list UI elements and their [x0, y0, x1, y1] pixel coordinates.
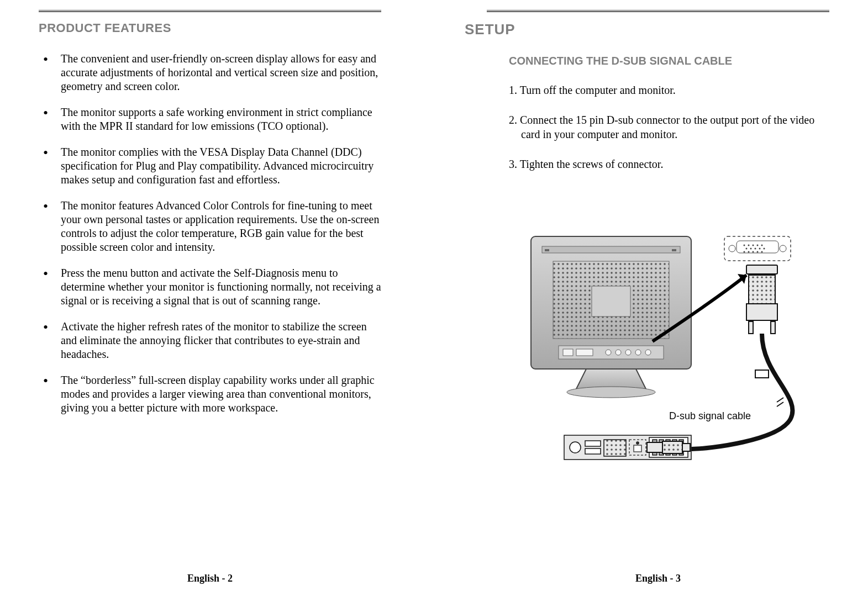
feature-item: Activate the higher refresh rates of the…	[39, 320, 381, 361]
svg-point-12	[625, 350, 631, 355]
feature-list: The convenient and user-friendly on-scre…	[39, 52, 381, 415]
page-left: PRODUCT FEATURES The convenient and user…	[39, 10, 381, 584]
svg-point-28	[759, 248, 761, 250]
svg-rect-17	[724, 236, 791, 261]
svg-point-19	[780, 245, 786, 252]
svg-point-23	[757, 245, 759, 246]
svg-rect-41	[755, 370, 769, 378]
svg-rect-44	[585, 441, 601, 446]
svg-rect-2	[542, 246, 680, 253]
product-features-heading: PRODUCT FEATURES	[39, 21, 381, 35]
svg-rect-40	[771, 321, 775, 334]
svg-point-33	[757, 251, 759, 253]
step-item: 2. Connect the 15 pin D-sub connector to…	[509, 113, 829, 141]
svg-point-13	[635, 350, 641, 355]
svg-point-48	[636, 442, 639, 444]
monitor-cable-illustration	[525, 231, 813, 463]
svg-rect-58	[662, 441, 682, 453]
svg-rect-59	[682, 444, 690, 451]
setup-steps: 1. Turn off the computer and monitor. 2.…	[509, 83, 829, 171]
connecting-heading: CONNECTING THE D-SUB SIGNAL CABLE	[509, 55, 829, 67]
step-item: 1. Turn off the computer and monitor.	[509, 83, 829, 97]
svg-rect-6	[592, 286, 630, 316]
svg-point-32	[753, 251, 754, 253]
svg-rect-8	[563, 349, 573, 356]
svg-point-20	[744, 245, 745, 246]
svg-rect-9	[576, 349, 593, 356]
feature-item: The monitor supports a safe working envi…	[39, 105, 381, 133]
connection-diagram: D-sub signal cable	[525, 231, 813, 463]
svg-rect-4	[672, 249, 676, 251]
svg-point-22	[753, 245, 754, 246]
svg-point-15	[567, 387, 655, 398]
svg-point-30	[744, 251, 745, 253]
svg-point-21	[748, 245, 750, 246]
svg-point-34	[761, 251, 763, 253]
feature-item: The convenient and user-friendly on-scre…	[39, 52, 381, 93]
page-footer-right: English - 3	[487, 573, 829, 584]
svg-point-31	[748, 251, 750, 253]
page-right: SETUP CONNECTING THE D-SUB SIGNAL CABLE …	[487, 10, 829, 584]
svg-rect-49	[634, 445, 641, 452]
setup-heading: SETUP	[465, 21, 829, 38]
page-footer-left: English - 2	[39, 573, 381, 584]
svg-point-18	[729, 245, 735, 252]
svg-point-11	[616, 350, 621, 355]
svg-point-24	[761, 245, 763, 246]
svg-point-10	[606, 350, 611, 355]
svg-rect-35	[746, 265, 777, 274]
svg-point-27	[755, 248, 756, 250]
svg-rect-39	[749, 321, 753, 334]
feature-item: The monitor complies with the VESA Displ…	[39, 145, 381, 187]
feature-item: The monitor features Advanced Color Cont…	[39, 199, 381, 254]
svg-point-25	[746, 248, 748, 250]
svg-rect-46	[604, 440, 626, 456]
svg-rect-56	[647, 442, 662, 452]
svg-rect-3	[545, 249, 549, 251]
diagram-label: D-sub signal cable	[669, 410, 751, 422]
svg-point-43	[570, 442, 581, 453]
svg-point-14	[645, 350, 651, 355]
svg-rect-45	[585, 448, 601, 454]
svg-rect-37	[749, 275, 775, 304]
svg-rect-38	[746, 304, 777, 320]
feature-item: Press the menu button and activate the S…	[39, 266, 381, 308]
feature-item: The “borderless” full-screen display cap…	[39, 373, 381, 415]
svg-point-29	[764, 248, 765, 250]
svg-point-26	[750, 248, 752, 250]
step-item: 3. Tighten the screws of connector.	[509, 157, 829, 171]
